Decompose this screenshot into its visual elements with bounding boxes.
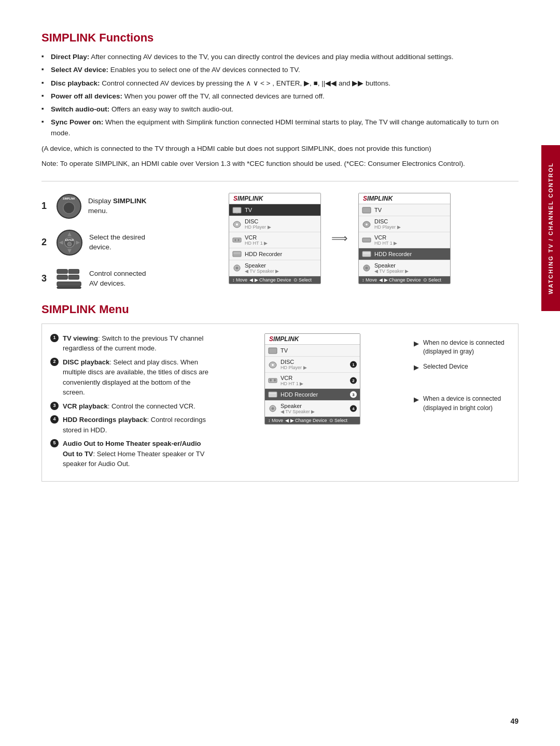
menu-hdd-label-menu: HDD Recorder: [281, 391, 318, 398]
menu-item-5: 5 Audio Out to Home Theater speak-er/Aud…: [50, 439, 211, 469]
menu-tv-label-right: TV: [374, 207, 382, 213]
legend-2: ▶ Selected Device: [414, 362, 468, 373]
menu-vcr-label-right: VCR: [374, 234, 386, 241]
svg-point-39: [272, 364, 274, 366]
menu-numbered-list: 1 TV viewing: Switch to the previous TV …: [50, 333, 211, 469]
bullet-disc-playback: Disc playback: Control connected AV devi…: [41, 78, 519, 89]
menu-item-5-text: Audio Out to Home Theater speak-er/Audio…: [63, 440, 204, 468]
legend-text-2: Selected Device: [423, 362, 468, 371]
speaker-icon-right: [362, 264, 371, 272]
svg-rect-37: [269, 348, 277, 354]
menu-center: SIMPLINK TV DISC HD Player ▶: [221, 333, 403, 473]
bullet-power-off-text: When you power off the TV, all connected…: [124, 92, 325, 100]
num-badge-2: 2: [50, 358, 59, 366]
menu-item-vcr-right: VCR HD HT 1 ▶: [359, 232, 450, 248]
svg-rect-12: [68, 269, 79, 273]
footer-text3-right: ⊙ Select: [423, 277, 442, 283]
menu-disc-label-left: DISC: [245, 218, 258, 224]
hdd-icon-right: [362, 250, 371, 258]
menu-speaker-sub-right: ◀ TV Speaker ▶: [374, 269, 409, 274]
menu-left: 1 TV viewing: Switch to the previous TV …: [50, 333, 211, 473]
nav-button-icon: ENTER: [56, 229, 83, 257]
menu-item-vcr-left: VCR HD HT 1 ▶: [229, 232, 320, 248]
simplink-header-menu: SIMPLINK: [265, 334, 360, 345]
step-3-icon: [56, 265, 83, 292]
step-3-number: 3: [41, 273, 50, 284]
speaker-icon-left: [232, 264, 242, 272]
legend-arrow-3: ▶: [414, 395, 419, 405]
menu-item-disc-menu: DISC HD Player ▶ 1: [265, 357, 360, 373]
menu-item-tv-menu: TV: [265, 345, 360, 357]
legend-arrow-1: ▶: [414, 339, 419, 349]
menu-item-4-text: HDD Recordings playback: Control recordi…: [63, 416, 206, 434]
menu-vcr-label-menu: VCR: [281, 375, 292, 381]
legend-arrow-2: ▶: [414, 363, 419, 373]
badge-3: 3: [350, 391, 357, 398]
divider1: [41, 181, 519, 181]
menu-item-disc-left: ●● DISC HD Player ▶: [229, 216, 320, 232]
simplink-header-right: SIMPLINK: [359, 193, 450, 204]
num-badge-3: 3: [50, 402, 59, 410]
menu-item-tv-left: TV: [229, 204, 320, 216]
bullet-switch-audio-text: Offers an easy way to switch audio-out.: [111, 105, 233, 113]
num-badge-4: 4: [50, 415, 59, 424]
tv-icon-left: [232, 206, 242, 214]
menu-item-3: 3 VCR playback: Control the connected VC…: [50, 401, 211, 412]
footer-move: ↕ Move: [268, 418, 283, 423]
menu-right-legend: ▶ When no device is connected (displayed…: [414, 333, 510, 473]
menu-speaker-sub-menu: ◀ TV Speaker ▶: [281, 409, 315, 414]
num-badge-1: 1: [50, 334, 59, 342]
bullet-select-av: Select AV device: Enables you to select …: [41, 65, 519, 75]
badge-4: 4: [350, 405, 357, 412]
svg-rect-43: [269, 392, 277, 397]
menu-section-box: 1 TV viewing: Switch to the previous TV …: [41, 323, 519, 482]
menu-item-hdd-menu: HDD Recorder 3: [265, 389, 360, 401]
svg-point-10: [67, 242, 72, 246]
bullet-switch-audio: Switch audio-out: Offers an easy way to …: [41, 104, 519, 115]
vcr-icon-menu: [268, 377, 277, 384]
hdd-icon-left: [232, 250, 242, 258]
playback-buttons-icon: [56, 268, 83, 290]
vcr-icon-right: [362, 236, 371, 244]
disc-icon-right: [362, 220, 371, 228]
badge-1: 1: [350, 361, 357, 368]
menu-item-vcr-menu: VCR HD HT 1 ▶ 2: [265, 373, 360, 389]
menu-item-1: 1 TV viewing: Switch to the previous TV …: [50, 333, 211, 354]
svg-rect-25: [233, 251, 241, 257]
menu-item-speaker-left: Speaker ◀ TV Speaker ▶: [229, 260, 320, 276]
step-3-row: 3 Control connected AV devices.: [41, 265, 156, 292]
simplink-box-right: SIMPLINK TV DISC HD Player ▶: [358, 193, 451, 284]
menu-item-disc-right: DISC HD Player ▶: [359, 216, 450, 232]
bullet-sync-power: Sync Power on: When the equipment with S…: [41, 117, 519, 138]
step-1-icon: SIMPLINK: [56, 193, 82, 220]
simplink-footer-right: ↕ Move ◀ ▶ Change Device ⊙ Select: [359, 276, 450, 284]
menu-speaker-label-right: Speaker: [374, 262, 396, 269]
menu-vcr-sub-right: HD HT 1 ▶: [374, 241, 397, 246]
menu-speaker-sub-left: ◀ TV Speaker ▶: [245, 269, 279, 274]
svg-rect-24: [237, 239, 240, 241]
simplink-footer-menu: ↕ Move ◀ ▶ Change Device ⊙ Select: [265, 417, 360, 424]
disc-icon-menu: [268, 361, 277, 368]
page-container: WATCHING TV / CHANNEL CONTROL SIMPLINK F…: [0, 0, 560, 746]
legend-text-1: When no device is connected (displayed i…: [423, 339, 510, 357]
legend-text-3: When a device is connected (displayed in…: [423, 395, 510, 413]
footer-text3-left: ⊙ Select: [293, 277, 312, 283]
section2-title: SIMPLINK Menu: [41, 303, 519, 316]
legend-1: ▶ When no device is connected (displayed…: [414, 339, 510, 357]
steps-area: 1 SIMPLINK Display SIMPLINK menu. 2: [41, 193, 519, 292]
svg-rect-23: [234, 239, 236, 241]
svg-rect-33: [362, 251, 371, 257]
menu-disc-label-right: DISC: [374, 218, 388, 224]
page-number: 49: [510, 717, 519, 725]
step-2-icon: ENTER: [56, 229, 83, 256]
step-2-text: Select the desired device.: [89, 233, 156, 252]
svg-rect-42: [274, 379, 276, 382]
simplink-box-menu: SIMPLINK TV DISC HD Player ▶: [264, 333, 360, 425]
footer-text2-left: ◀ ▶ Change Device: [249, 277, 291, 283]
simplink-logo-right: SIMPLINK: [363, 195, 393, 202]
menu-item-3-text: VCR playback: Control the connected VCR.: [63, 402, 195, 410]
footer-text-left: ↕ Move: [232, 277, 247, 283]
menu-hdd-label-right: HDD Recorder: [374, 251, 412, 257]
menu-item-hdd-left: HDD Recorder: [229, 248, 320, 260]
menu-item-2: 2 DISC playback: Select and play discs. …: [50, 357, 211, 398]
